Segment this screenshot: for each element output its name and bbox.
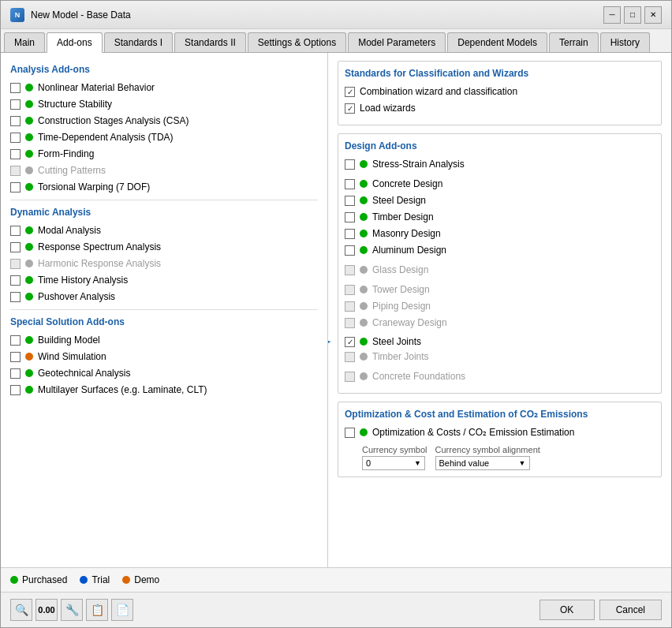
minimize-button[interactable]: ─ [603,6,621,24]
nonlinear-checkbox[interactable] [10,83,21,93]
disabled-dot [360,302,368,310]
steel-checkbox[interactable] [345,196,355,206]
optimization-title: Optimization & Cost and Estimation of CO… [345,409,655,420]
item-label: Structure Stability [38,99,112,110]
optimization-section: Optimization & Cost and Estimation of CO… [338,402,662,477]
tab-settings[interactable]: Settings & Options [248,32,346,52]
loadwizards-checkbox[interactable] [345,103,355,114]
craneway-checkbox [345,318,355,328]
tab-terrain[interactable]: Terrain [549,32,599,52]
csa-checkbox[interactable] [10,116,21,126]
item-label: Glass Design [372,264,428,275]
ok-button[interactable]: OK [539,600,595,620]
item-label: Load wizards [360,103,416,114]
standards-title: Standards for Classification and Wizards [345,68,655,79]
tab-dependent[interactable]: Dependent Models [447,32,547,52]
item-label: Tower Design [372,284,430,295]
list-item: Concrete Design [345,178,655,190]
list-item: Cutting Patterns [10,164,318,177]
list-item: Steel Design [345,194,655,207]
demo-dot [25,353,33,361]
currency-dropdown-icon: ▼ [414,459,421,467]
number-icon-button[interactable]: 0.00 [35,599,58,621]
tab-standards1[interactable]: Standards I [104,32,173,52]
purchased-dot [25,183,33,191]
dynamic-section-title: Dynamic Analysis [10,207,318,218]
currency-alignment-select[interactable]: Behind value ▼ [435,456,530,470]
stability-checkbox[interactable] [10,99,21,110]
app-icon: N [10,8,24,22]
trial-legend-dot [80,576,88,584]
geotechnical-checkbox[interactable] [10,368,21,379]
timber-checkbox[interactable] [345,212,355,222]
cutting-checkbox [10,166,21,176]
design-title: Design Add-ons [345,140,655,151]
tab-history[interactable]: History [600,32,650,52]
design-section: Design Add-ons Stress-Strain Analysis Co… [338,133,662,394]
disabled-dot [25,260,33,267]
wind-checkbox[interactable] [10,352,21,362]
legend-purchased: Purchased [10,574,67,585]
item-label: Concrete Foundations [372,371,465,382]
item-label: Response Spectrum Analysis [38,241,161,252]
concrete-checkbox[interactable] [345,179,355,189]
piping-checkbox [345,301,355,312]
document-icon-button[interactable]: 📄 [111,599,133,621]
stress-checkbox[interactable] [345,159,355,170]
item-label: Cutting Patterns [38,165,106,176]
demo-label: Demo [134,574,159,585]
formfinding-checkbox[interactable] [10,149,21,159]
list-item: Construction Stages Analysis (CSA) [10,114,318,127]
building-checkbox[interactable] [10,335,21,346]
left-panel: Analysis Add-ons Nonlinear Material Beha… [1,53,328,567]
item-label: Pushover Analysis [38,291,115,302]
list-item: Stress-Strain Analysis [345,158,655,170]
tda-checkbox[interactable] [10,133,21,143]
list-item: Aluminum Design [345,244,655,256]
demo-legend-dot [122,576,130,584]
list-item: Modal Analysis [10,224,318,237]
purchased-dot [360,428,368,436]
modal-checkbox[interactable] [10,226,21,236]
tab-addons[interactable]: Add-ons [47,32,103,53]
item-label: Wind Simulation [38,351,106,362]
legend-bar: Purchased Trial Demo [1,567,671,592]
purchased-dot [25,336,33,344]
multilayer-checkbox[interactable] [10,385,21,395]
divider [10,309,318,310]
item-label: Optimization & Costs / CO₂ Emission Esti… [372,427,574,438]
timberjoints-checkbox [345,352,355,362]
tab-standards2[interactable]: Standards II [174,32,246,52]
steeljoints-checkbox[interactable] [345,337,355,347]
item-label: Harmonic Response Analysis [38,258,161,269]
tab-modelparams[interactable]: Model Parameters [348,32,446,52]
list-item: Piping Design [345,300,655,312]
search-icon-button[interactable]: 🔍 [10,599,32,621]
cancel-button[interactable]: Cancel [599,600,662,620]
optimization-checkbox[interactable] [345,428,355,438]
special-section-title: Special Solution Add-ons [10,316,318,327]
clipboard-icon-button[interactable]: 📋 [86,599,108,621]
title-bar: N New Model - Base Data ─ □ ✕ [1,1,671,29]
purchased-dot [360,338,368,346]
currency-symbol-group: Currency symbol 0 ▼ [362,445,427,470]
list-item: Craneway Design [345,316,655,329]
maximize-button[interactable]: □ [624,6,641,24]
list-item: Harmonic Response Analysis [10,257,318,270]
masonry-checkbox[interactable] [345,229,355,239]
tab-main[interactable]: Main [4,32,45,52]
combination-checkbox[interactable] [345,87,355,97]
currency-symbol-value: 0 [366,458,371,468]
aluminum-checkbox[interactable] [345,245,355,256]
currency-symbol-select[interactable]: 0 ▼ [362,456,425,470]
tool-icon-button[interactable]: 🔧 [61,599,83,621]
pushover-checkbox[interactable] [10,292,21,302]
item-label: Nonlinear Material Behavior [38,82,155,93]
response-checkbox[interactable] [10,242,21,252]
torsional-checkbox[interactable] [10,182,21,193]
close-button[interactable]: ✕ [644,6,662,24]
list-item: Multilayer Surfaces (e.g. Laminate, CLT) [10,383,318,396]
item-label: Combination wizard and classification [360,86,517,97]
timehistory-checkbox[interactable] [10,275,21,286]
currency-alignment-dropdown-icon: ▼ [519,459,526,467]
